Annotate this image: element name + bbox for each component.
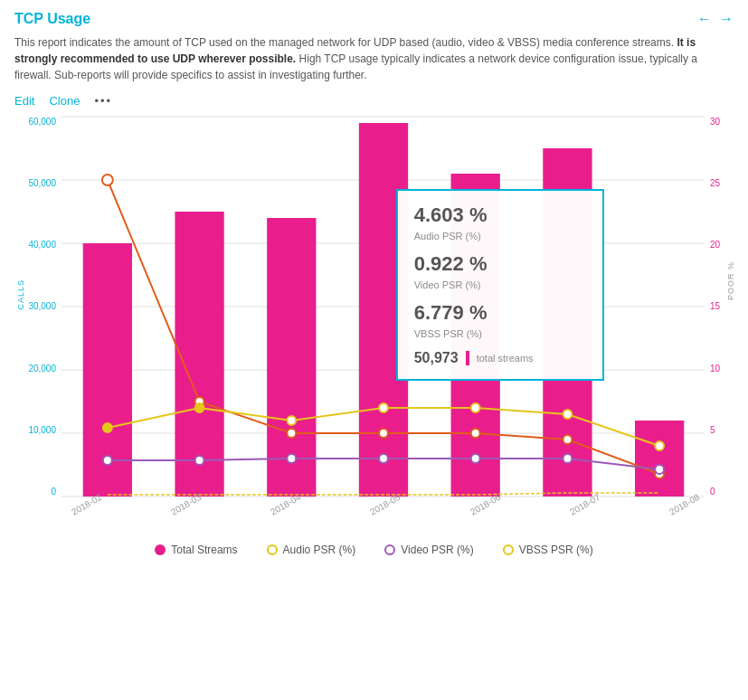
legend-audio-psr: Audio PSR (%) <box>267 544 356 556</box>
tooltip-vbss-value: 6.779 % <box>414 301 586 325</box>
dot-video-1 <box>195 456 204 465</box>
y-axis-right: 30 25 20 15 10 5 0 <box>706 117 734 497</box>
y-axis-right-label: POOR % <box>726 261 735 300</box>
x-axis: 2018-02 2018-03 2018-04 2018-05 2018-06 … <box>62 500 705 510</box>
dot-audio-0 <box>103 423 112 432</box>
dot-audio-5 <box>563 410 572 419</box>
prev-arrow[interactable]: ← <box>697 11 712 27</box>
next-arrow[interactable]: → <box>719 11 734 27</box>
dot-total-4 <box>471 429 480 438</box>
legend-vbss-psr: VBSS PSR (%) <box>503 544 593 556</box>
dot-audio-6 <box>655 441 664 450</box>
legend-label-vbss: VBSS PSR (%) <box>519 544 593 556</box>
dot-video-0 <box>103 456 112 465</box>
dot-video-2 <box>287 454 296 463</box>
dot-total-2 <box>287 429 296 438</box>
chart-plot: 4.603 % Audio PSR (%) 0.922 % Video PSR … <box>62 117 705 497</box>
legend-label-total: Total Streams <box>171 544 237 556</box>
chart-wrapper: CALLS 60,000 50,000 40,000 30,000 20,000… <box>14 117 734 551</box>
description-text: This report indicates the amount of TCP … <box>14 34 734 83</box>
tooltip-video-row: 0.922 % Video PSR (%) <box>414 252 586 292</box>
dot-video-6 <box>655 465 664 474</box>
tooltip-video-label: Video PSR (%) <box>414 279 481 290</box>
dot-total-0 <box>102 175 113 185</box>
bar-6 <box>635 421 684 497</box>
tooltip: 4.603 % Audio PSR (%) 0.922 % Video PSR … <box>396 189 604 381</box>
clone-button[interactable]: Clone <box>49 94 80 108</box>
tooltip-vbss-row: 6.779 % VBSS PSR (%) <box>414 301 586 341</box>
legend-video-psr: Video PSR (%) <box>384 544 473 556</box>
y-axis-left: 60,000 50,000 40,000 30,000 20,000 10,00… <box>14 117 62 497</box>
tooltip-streams-label: total streams <box>477 353 534 364</box>
chart-area: CALLS 60,000 50,000 40,000 30,000 20,000… <box>14 117 734 533</box>
more-button[interactable]: ••• <box>94 94 112 108</box>
dot-total-5 <box>563 435 572 444</box>
page-title: TCP Usage <box>14 11 90 27</box>
dot-video-3 <box>379 454 388 463</box>
tooltip-audio-row: 4.603 % Audio PSR (%) <box>414 203 586 243</box>
dot-audio-1 <box>195 403 204 412</box>
legend-label-video: Video PSR (%) <box>401 544 473 556</box>
legend-label-audio: Audio PSR (%) <box>283 544 356 556</box>
dot-audio-2 <box>287 416 296 425</box>
edit-button[interactable]: Edit <box>14 94 34 108</box>
dot-audio-4 <box>471 403 480 412</box>
tooltip-vbss-label: VBSS PSR (%) <box>414 328 482 339</box>
tooltip-audio-value: 4.603 % <box>414 203 586 227</box>
legend-dot-audio <box>267 544 278 555</box>
legend-dot-vbss <box>503 544 514 555</box>
legend: Total Streams Audio PSR (%) Video PSR (%… <box>14 540 734 556</box>
chart-svg <box>62 117 705 497</box>
legend-dot-video <box>384 544 395 555</box>
dot-total-3 <box>379 429 388 438</box>
dot-video-4 <box>471 454 480 463</box>
dot-video-5 <box>563 454 572 463</box>
tooltip-streams-value: 50,973 <box>414 350 459 366</box>
tooltip-audio-label: Audio PSR (%) <box>414 231 481 241</box>
tooltip-streams-row: 50,973 total streams <box>414 350 586 366</box>
bar-1 <box>175 212 223 497</box>
legend-dot-total <box>155 544 166 555</box>
tooltip-streams-bar <box>466 351 469 365</box>
legend-total-streams: Total Streams <box>155 544 237 556</box>
tooltip-video-value: 0.922 % <box>414 252 586 276</box>
dot-audio-3 <box>379 403 388 412</box>
